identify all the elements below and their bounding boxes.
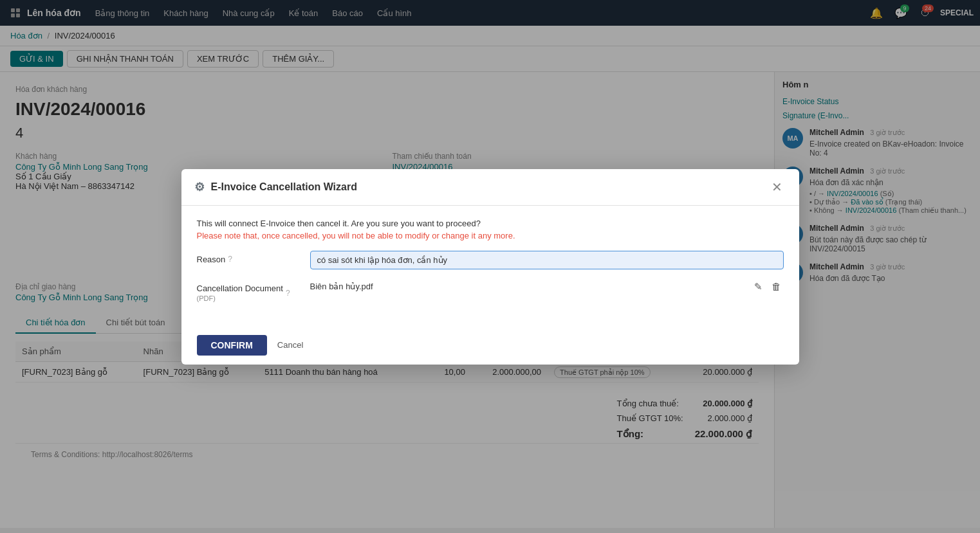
modal-dialog: ⚙ E-Invoice Cancellation Wizard ✕ This w… bbox=[181, 169, 799, 365]
file-row: Biên bản hủy.pdf ✎ 🗑 bbox=[310, 280, 784, 294]
cancellation-doc-row: Cancellation Document (PDF) ? Biên bản h… bbox=[197, 280, 784, 303]
modal-overlay[interactable]: ⚙ E-Invoice Cancellation Wizard ✕ This w… bbox=[0, 0, 980, 528]
file-actions: ✎ 🗑 bbox=[752, 280, 784, 294]
reason-value bbox=[310, 251, 784, 269]
reason-help-icon[interactable]: ? bbox=[228, 255, 232, 264]
modal-footer: CONFIRM Cancel bbox=[181, 326, 799, 365]
modal-title-text: E-Invoice Cancellation Wizard bbox=[211, 181, 357, 193]
wizard-icon: ⚙ bbox=[194, 180, 205, 194]
cancellation-doc-label: Cancellation Document (PDF) ? bbox=[197, 280, 300, 303]
delete-file-button[interactable]: 🗑 bbox=[769, 280, 784, 294]
modal-body: This will connect E-Invoice then cancel … bbox=[181, 206, 799, 326]
cancellation-doc-value: Biên bản hủy.pdf ✎ 🗑 bbox=[310, 280, 784, 294]
cancel-modal-button[interactable]: Cancel bbox=[273, 335, 307, 355]
file-name: Biên bản hủy.pdf bbox=[310, 282, 373, 291]
reason-label: Reason ? bbox=[197, 251, 300, 264]
edit-file-button[interactable]: ✎ bbox=[752, 280, 765, 294]
modal-header: ⚙ E-Invoice Cancellation Wizard ✕ bbox=[181, 169, 799, 206]
reason-row: Reason ? bbox=[197, 251, 784, 269]
modal-warning-red-text: Please note that, once cancelled, you wi… bbox=[197, 231, 784, 240]
confirm-button[interactable]: CONFIRM bbox=[197, 335, 267, 356]
modal-title: ⚙ E-Invoice Cancellation Wizard bbox=[194, 180, 357, 194]
modal-warning-text: This will connect E-Invoice then cancel … bbox=[197, 219, 784, 228]
cancellation-doc-help-icon[interactable]: ? bbox=[286, 289, 290, 298]
modal-close-button[interactable]: ✕ bbox=[768, 178, 786, 196]
reason-input[interactable] bbox=[310, 251, 784, 269]
